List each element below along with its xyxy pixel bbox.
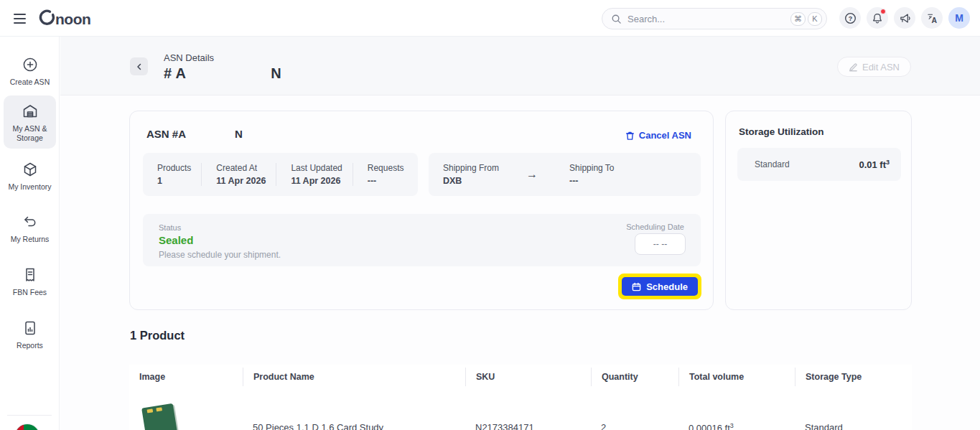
status-box: Status Sealed Please schedule your shipm… <box>143 214 701 266</box>
megaphone-icon <box>899 12 911 24</box>
search-shortcut: ⌘ K <box>790 12 822 26</box>
return-arrow-icon <box>22 213 39 230</box>
status-value: Sealed <box>159 234 193 246</box>
product-quantity-cell: 2 <box>591 391 678 430</box>
avatar[interactable]: M <box>948 7 970 29</box>
sidebar-item-label: My Inventory <box>8 182 51 192</box>
sidebar-item-label: Create ASN <box>10 78 50 87</box>
scheduling-date-label: Scheduling Date <box>626 223 684 231</box>
notification-badge <box>880 9 886 14</box>
svg-text:?: ? <box>848 14 851 22</box>
shipping-arrow-icon: → <box>509 168 555 181</box>
product-storage-type-cell: Standard <box>795 391 912 430</box>
column-header-sku: SKU <box>465 368 591 386</box>
search-input[interactable] <box>627 14 790 24</box>
status-label: Status <box>159 223 181 232</box>
noon-logo[interactable]: noon <box>35 6 107 31</box>
product-image-cell <box>129 391 243 430</box>
search-icon <box>611 14 622 24</box>
sidebar-item-create-asn[interactable]: Create ASN <box>4 49 56 93</box>
product-image <box>141 403 177 430</box>
sidebar-divider <box>7 415 52 416</box>
chevron-left-icon <box>136 63 143 70</box>
sidebar: Create ASN My ASN & Storage My Inventory… <box>0 37 60 430</box>
scheduling-date-input[interactable]: -- -- <box>635 233 686 255</box>
schedule-button-highlight: Schedule <box>618 274 701 299</box>
field-created-at: Created At 11 Apr 2026 <box>201 163 276 186</box>
main-content: ASN Details # AN Edit ASN ASN #AN Cancel… <box>60 37 980 430</box>
cancel-asn-button[interactable]: Cancel ASN <box>625 130 691 141</box>
sidebar-item-label: Reports <box>17 341 43 350</box>
asn-meta-box: Products 1 Created At 11 Apr 2026 Last U… <box>143 153 418 196</box>
product-name-cell: 50 Pieces 1.1 D 1.6 Card Study <box>243 391 465 430</box>
schedule-button[interactable]: Schedule <box>622 277 698 296</box>
warehouse-icon <box>22 103 39 120</box>
sidebar-item-my-returns[interactable]: My Returns <box>4 206 56 250</box>
sidebar-item-label: My Returns <box>11 235 50 244</box>
sidebar-item-my-inventory[interactable]: My Inventory <box>4 154 56 197</box>
column-header-storage-type: Storage Type <box>795 368 912 386</box>
sidebar-item-label: My ASN & Storage <box>5 124 55 143</box>
page-header: ASN Details # AN Edit ASN <box>60 37 980 95</box>
column-header-total-volume: Total volume <box>678 368 795 386</box>
storage-utilization-card: Storage Utilization Standard 0.01 ft3 <box>725 111 912 310</box>
notifications-button[interactable] <box>867 7 888 29</box>
sidebar-item-fbn-fees[interactable]: FBN Fees <box>4 259 56 303</box>
edit-asn-button[interactable]: Edit ASN <box>837 57 911 77</box>
product-sku-cell: N2173384171 <box>465 391 591 430</box>
products-table: Image Product Name SKU Quantity Total vo… <box>129 365 912 430</box>
svg-text:A: A <box>931 16 937 24</box>
asn-details-card: ASN #AN Cancel ASN Products 1 Created At… <box>129 111 714 310</box>
cube-icon <box>22 161 39 178</box>
field-shipping-to: Shipping To --- <box>555 163 625 186</box>
help-button[interactable]: ? <box>839 7 861 29</box>
country-selector[interactable]: › <box>15 424 44 430</box>
column-header-image: Image <box>129 368 243 386</box>
product-volume-cell: 0.00016 ft3 <box>678 391 795 430</box>
table-header-row: Image Product Name SKU Quantity Total vo… <box>129 365 912 389</box>
field-requests: Requests --- <box>353 163 414 186</box>
storage-card-title: Storage Utilization <box>739 126 824 137</box>
field-products: Products 1 <box>143 163 201 186</box>
plus-circle-icon <box>22 56 39 73</box>
sidebar-item-label: FBN Fees <box>13 288 47 297</box>
topbar: noon ⌘ K ? <box>0 0 980 37</box>
translate-icon: A <box>926 12 938 24</box>
search-bar[interactable]: ⌘ K <box>602 8 827 29</box>
hamburger-menu-icon[interactable] <box>11 10 29 27</box>
field-last-updated: Last Updated 11 Apr 2026 <box>276 163 352 186</box>
shipping-box: Shipping From DXB → Shipping To --- <box>429 153 701 196</box>
table-row[interactable]: 50 Pieces 1.1 D 1.6 Card Study N21733841… <box>129 391 912 430</box>
column-header-product-name: Product Name <box>243 368 465 386</box>
calendar-icon <box>632 282 641 291</box>
field-shipping-from: Shipping From DXB <box>429 163 509 186</box>
announcements-button[interactable] <box>894 7 915 29</box>
help-icon: ? <box>844 12 857 24</box>
trash-icon <box>625 131 635 141</box>
pencil-icon <box>849 62 858 72</box>
svg-text:noon: noon <box>55 11 90 27</box>
column-header-quantity: Quantity <box>591 368 678 386</box>
asn-card-title: ASN #AN <box>146 128 243 140</box>
page-subtitle: ASN Details <box>164 52 214 63</box>
receipt-icon <box>22 266 39 284</box>
storage-row: Standard 0.01 ft3 <box>737 148 901 181</box>
report-icon <box>22 319 39 337</box>
storage-value: 0.01 ft3 <box>859 159 890 170</box>
sidebar-item-my-asn-storage[interactable]: My ASN & Storage <box>4 95 56 149</box>
back-button[interactable] <box>130 57 148 75</box>
sidebar-item-reports[interactable]: Reports <box>4 312 56 356</box>
k-key-badge: K <box>808 12 822 26</box>
language-button[interactable]: A <box>921 7 943 29</box>
uae-flag-icon <box>15 424 39 430</box>
cmd-key-badge: ⌘ <box>790 12 806 26</box>
status-hint: Please schedule your shipment. <box>159 250 281 260</box>
page-title: # AN <box>164 65 281 82</box>
products-heading: 1 Product <box>130 329 185 342</box>
